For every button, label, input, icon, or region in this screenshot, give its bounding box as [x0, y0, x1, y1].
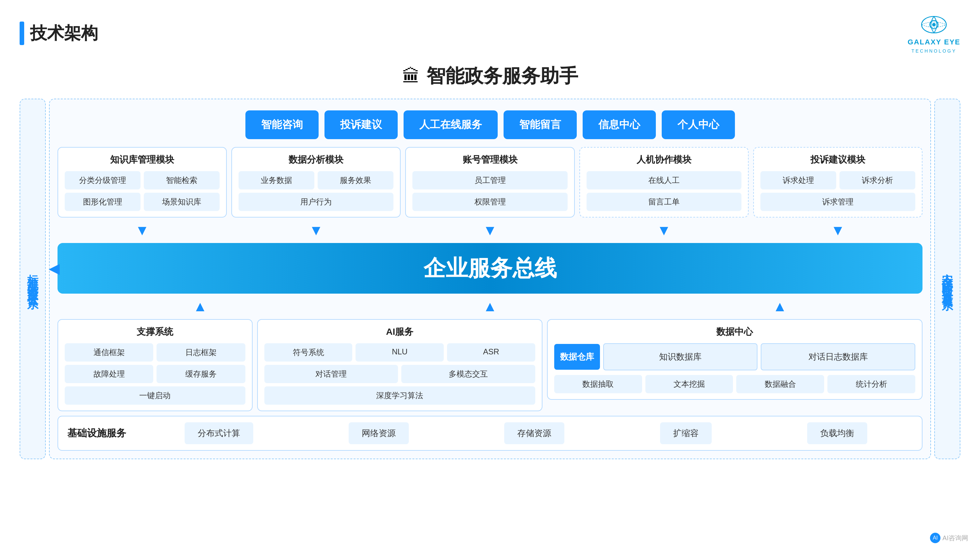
bus-left-arrow: ◄: [45, 258, 63, 279]
service-buttons-row: 智能咨询 投诉建议 人工在线服务 智能留言 信息中心 个人中心: [57, 107, 923, 142]
module-knowledge-base: 知识库管理模块 分类分级管理 智能检索 图形化管理 场景知识库: [57, 147, 227, 218]
item-online-staff: 在线人工: [587, 171, 741, 189]
ai-items-row2: 对话管理 多模态交互: [264, 365, 535, 383]
down-arrows-row: ▼ ▼ ▼ ▼ ▼: [57, 222, 923, 238]
page-container: 技术架构 GALAXY EYE TECHNOLOGY 🏛 智能政务服务助手 标准…: [0, 0, 980, 551]
module-data-items: 业务数据 服务效果 用户行为: [239, 171, 393, 211]
header: 技术架构 GALAXY EYE TECHNOLOGY: [20, 13, 960, 54]
arrow-down-1: ▼: [57, 222, 227, 238]
watermark-text: AI咨询网: [942, 534, 968, 543]
btn-info-center[interactable]: 信息中心: [583, 110, 656, 139]
arrow-down-3: ▼: [405, 222, 574, 238]
module-hm-items: 在线人工 留言工单: [587, 171, 741, 211]
item-cache-service: 缓存服务: [156, 365, 245, 383]
module-hm-title: 人机协作模块: [587, 154, 741, 166]
enterprise-bus-text: 企业服务总线: [423, 254, 557, 283]
arrow-down-5: ▼: [753, 222, 923, 238]
item-message-ticket: 留言工单: [587, 193, 741, 211]
item-demand-analysis: 诉求分析: [840, 171, 915, 189]
db-dialog-log: 对话日志数据库: [761, 343, 915, 370]
item-staff-management: 员工管理: [412, 171, 567, 189]
module-knowledge-title: 知识库管理模块: [65, 154, 220, 166]
module-complaint: 投诉建议模块 诉求处理 诉求分析 诉求管理: [753, 147, 923, 218]
item-text-mining: 文本挖掘: [645, 375, 733, 393]
module-datacenter: 数据中心 数据仓库 知识数据库 对话日志数据库 数据抽取 文本挖掘 数据融合 统…: [547, 319, 923, 400]
arrow-up-1: ▲: [57, 298, 343, 314]
up-arrows-row: ▲ ▲ ▲: [57, 298, 923, 314]
btn-complaint[interactable]: 投诉建议: [325, 110, 398, 139]
ai-items-row3: 深度学习算法: [264, 386, 535, 405]
item-scale: 扩缩容: [660, 422, 712, 444]
item-data-extract: 数据抽取: [554, 375, 642, 393]
logo-sub-text: TECHNOLOGY: [912, 48, 956, 54]
item-permission-management: 权限管理: [412, 193, 567, 211]
module-account-title: 账号管理模块: [412, 154, 567, 166]
item-load-balance: 负载均衡: [807, 422, 867, 444]
datacenter-title: 数据中心: [554, 326, 915, 338]
right-side-label: 安全保障与服务质量体系: [934, 98, 960, 459]
item-one-click-start: 一键启动: [65, 386, 245, 405]
module-ai: AI服务 符号系统 NLU ASR 对话管理 多模态交互 深度学习算法: [257, 319, 542, 411]
page-title: 技术架构: [30, 22, 98, 45]
modules-row: 知识库管理模块 分类分级管理 智能检索 图形化管理 场景知识库 数据分析模块 业…: [57, 147, 923, 218]
arrow-down-4: ▼: [579, 222, 749, 238]
support-items: 通信框架 日志框架 故障处理 缓存服务 一键启动: [65, 343, 245, 405]
item-comm-framework: 通信框架: [65, 343, 153, 362]
btn-smart-consult[interactable]: 智能咨询: [245, 110, 318, 139]
left-side-label: 标准规范运营服务体系: [20, 98, 46, 459]
watermark: AI AI咨询网: [930, 533, 968, 543]
item-user-behavior: 用户行为: [239, 193, 393, 211]
item-smart-search: 智能检索: [144, 171, 220, 189]
module-complaint-title: 投诉建议模块: [760, 154, 915, 166]
warehouse-label: 数据仓库: [554, 344, 600, 370]
module-account-items: 员工管理 权限管理: [412, 171, 567, 211]
db-knowledge: 知识数据库: [603, 343, 758, 370]
infra-items: 分布式计算 网络资源 存储资源 扩缩容 负载均衡: [139, 422, 913, 444]
btn-smart-message[interactable]: 智能留言: [504, 110, 577, 139]
main-title-icon: 🏛: [402, 66, 420, 86]
item-scene-kb: 场景知识库: [144, 193, 220, 211]
header-left: 技术架构: [20, 22, 98, 45]
enterprise-bus: ◄ 企业服务总线: [57, 243, 923, 294]
datacenter-bottom-items: 数据抽取 文本挖掘 数据融合 统计分析: [554, 375, 915, 393]
module-complaint-items: 诉求处理 诉求分析 诉求管理: [760, 171, 915, 211]
item-stat-analysis: 统计分析: [827, 375, 915, 393]
item-asr: ASR: [447, 343, 535, 362]
module-data-analysis: 数据分析模块 业务数据 服务效果 用户行为: [231, 147, 401, 218]
infra-row: 基础设施服务 分布式计算 网络资源 存储资源 扩缩容 负载均衡: [57, 416, 923, 451]
module-knowledge-items: 分类分级管理 智能检索 图形化管理 场景知识库: [65, 171, 220, 211]
infra-label: 基础设施服务: [67, 427, 126, 440]
item-log-framework: 日志框架: [156, 343, 245, 362]
support-title: 支撑系统: [65, 326, 245, 338]
item-demand-management: 诉求管理: [760, 193, 915, 211]
item-graph-management: 图形化管理: [65, 193, 140, 211]
outer-wrapper: 标准规范运营服务体系 智能咨询 投诉建议 人工在线服务 智能留言 信息中心 个人…: [20, 98, 960, 459]
main-title-area: 🏛 智能政务服务助手: [20, 64, 960, 89]
ai-items-row1: 符号系统 NLU ASR: [264, 343, 535, 362]
module-hm-coop: 人机协作模块 在线人工 留言工单: [579, 147, 749, 218]
item-deep-learning: 深度学习算法: [264, 386, 535, 405]
main-content: 智能咨询 投诉建议 人工在线服务 智能留言 信息中心 个人中心 知识库管理模块 …: [49, 98, 931, 459]
logo-company-name: GALAXY EYE: [908, 38, 960, 46]
main-title-text: 智能政务服务助手: [426, 64, 578, 89]
title-bar-accent: [20, 22, 24, 45]
logo-area: GALAXY EYE TECHNOLOGY: [908, 13, 960, 54]
ai-title: AI服务: [264, 326, 535, 338]
item-fault-handling: 故障处理: [65, 365, 153, 383]
module-data-title: 数据分析模块: [239, 154, 393, 166]
btn-personal-center[interactable]: 个人中心: [662, 110, 735, 139]
item-symbol-system: 符号系统: [264, 343, 353, 362]
arrow-up-3: ▲: [637, 298, 923, 314]
item-network-resource: 网络资源: [349, 422, 409, 444]
module-account: 账号管理模块 员工管理 权限管理: [405, 147, 574, 218]
item-nlu: NLU: [356, 343, 444, 362]
svg-point-2: [932, 23, 936, 27]
arrow-up-2: ▲: [347, 298, 633, 314]
item-distributed-compute: 分布式计算: [185, 422, 253, 444]
btn-online-service[interactable]: 人工在线服务: [404, 110, 498, 139]
galaxy-eye-logo-icon: [919, 13, 949, 36]
warehouse-dbs: 知识数据库 对话日志数据库: [603, 343, 915, 370]
item-dialog-mgmt: 对话管理: [264, 365, 398, 383]
item-demand-process: 诉求处理: [760, 171, 836, 189]
item-biz-data: 业务数据: [239, 171, 314, 189]
